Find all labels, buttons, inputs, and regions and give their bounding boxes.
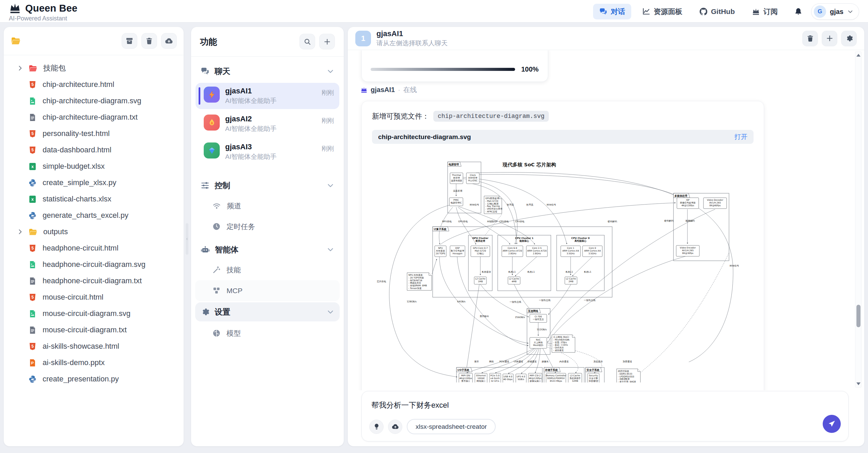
file-row[interactable]: chip-architecture-diagram.svg [4,93,184,109]
diagram-note-npu: NPU AI加速器- 20 TOPS性能- INT8/INT16- 稀疏化支持-… [407,273,432,290]
gear-icon [201,307,210,316]
chat-title: gjasAI1 [376,29,448,38]
svg-text:私有L1: 私有L1 [527,271,535,273]
nav-item-subscribe[interactable]: 订阅 [746,4,784,19]
delete-button[interactable] [141,33,157,49]
folder-row[interactable]: outputs [4,224,184,240]
crown-icon [360,86,368,93]
svg-text:UFS 4.05GB/s: UFS 4.05GB/s [517,375,525,381]
robot-icon [201,245,210,254]
html-file-icon [28,293,37,302]
file-row[interactable]: chip-architecture-diagram.txt [4,109,184,125]
chevron-right-icon [17,228,24,235]
suggestions-button[interactable] [369,420,384,434]
scroll-down-arrow[interactable] [856,382,861,385]
file-row[interactable]: create_simple_xlsx.py [4,175,184,191]
new-chat-button[interactable] [822,31,837,46]
menu-item-skills[interactable]: 技能 [191,259,344,280]
file-row[interactable]: chip-architecture.html [4,76,184,93]
diagram-node-dsp: DSP数字信号处理Hexagon [450,246,465,257]
user-menu[interactable]: G gjas [811,3,859,20]
active-skill-chip[interactable]: xlsx-spreadsheet-creator [407,419,496,434]
file-row[interactable]: simple-budget.xlsx [4,158,184,175]
svg-text:128GB/s: 128GB/s [407,300,417,303]
menu-item-mcp[interactable]: MCP [195,280,340,301]
chat-contact-gjasAI3[interactable]: gjasAI3 AI智能体全能助手 刚刚 [196,139,339,165]
chat-settings-button[interactable] [841,31,857,46]
panel-collapse-handle[interactable] [186,223,188,255]
chat-contact-gjasAI1[interactable]: gjasAI1 AI智能体全能助手 刚刚 [196,83,339,109]
menu-item-scheduled-tasks[interactable]: 定时任务 [191,216,344,237]
crown-icon [752,7,760,16]
menu-item-channels[interactable]: 频道 [191,195,344,216]
files-panel: 技能包 chip-architecture.html chip-architec… [3,27,184,447]
svg-text:64GB/s: 64GB/s [457,300,466,303]
file-row[interactable]: mouse-circuit-diagram.txt [4,322,184,338]
file-row[interactable]: data-dashboard.html [4,142,184,158]
svg-text:芯片供电: 芯片供电 [377,280,386,283]
user-name: gjas [830,8,843,16]
contact-number-badge: 1 [355,31,371,46]
chat-message-area[interactable]: 100% gjasAI1 · 在线 新增可预览文件： chip-architec… [348,50,864,390]
section-settings[interactable]: 设置 [195,302,340,321]
scrollbar-thumb[interactable] [856,305,861,327]
scroll-up-arrow[interactable] [856,54,861,57]
folder-row[interactable]: 技能包 [4,60,184,76]
menu-item-models[interactable]: 模型 [191,323,344,344]
github-icon [699,7,708,16]
menu-label: 定时任务 [227,222,255,231]
contact-name: gjasAI2 [225,115,316,123]
file-row[interactable]: statistical-charts.xlsx [4,191,184,207]
chevron-left-icon [186,237,188,241]
file-row[interactable]: headphone-circuit-diagram.svg [4,256,184,273]
svg-text:PCIe 5.0x4 Gen532 GT/s: PCIe 5.0x4 Gen532 GT/s [490,374,499,382]
add-button[interactable] [319,34,335,49]
cluster-cpu1: CPU Cluster 1能效核心 [498,235,551,291]
file-row[interactable]: generate_charts_excel.py [4,207,184,224]
chat-contact-gjasAI2[interactable]: gjasAI2 AI智能体全能助手 刚刚 [196,111,339,137]
soc-architecture-diagram: 现代多核 SoC 芯片架构 [372,157,754,382]
upload-button[interactable] [161,33,177,49]
file-row[interactable]: headphone-circuit.html [4,240,184,256]
open-file-link[interactable]: 打开 [734,133,747,141]
file-row[interactable]: ai-skills-demo.pptx [4,354,184,371]
nav-item-chat[interactable]: 对话 [593,4,631,19]
archive-button[interactable] [122,33,137,49]
diagram-node-core69: Core 6-9ARM Cortex-A7202.8GHz [502,246,523,257]
file-row[interactable]: headphone-circuit-diagram.txt [4,273,184,289]
section-chat[interactable]: 聊天 [191,61,344,81]
svg-text:时钟信号: 时钟信号 [470,203,479,206]
diagram-note-noc: 片上网络 (NoC)- Mesh拓扑结构- 带宽: 2TB/s- 延迟: <10… [552,335,575,352]
section-label: 控制 [215,180,230,191]
svg-text:温度反馈: 温度反馈 [453,190,462,192]
python-file-icon [28,375,37,383]
section-label: 设置 [215,307,230,317]
svg-text:CPU Cluster 1能效核心: CPU Cluster 1能效核心 [515,237,533,242]
section-agent[interactable]: 智能体 [191,240,344,259]
file-row[interactable]: ai-skills-showcase.html [4,338,184,354]
nav-item-resources[interactable]: 资源面板 [636,4,688,19]
diagram-node-cpu0-l2: L2 Cache2MB [565,277,577,284]
file-row[interactable]: create_presentation.py [4,371,184,387]
file-row[interactable]: mouse-circuit-diagram.svg [4,305,184,322]
blocks-icon [212,286,221,295]
clock-icon [212,222,221,231]
svg-text:Security安全引擎加密/解密: Security安全引擎加密/解密 [589,374,599,382]
file-row[interactable]: mouse-circuit.html [4,289,184,305]
send-button[interactable] [823,415,841,433]
chevron-down-icon [327,308,334,316]
notifications-button[interactable] [791,4,806,19]
message-input[interactable]: 帮我分析一下财务excel [371,400,449,410]
xlsx-file-icon [28,162,37,171]
chat-scrollbar[interactable] [855,51,862,388]
clear-chat-button[interactable] [802,31,818,46]
svg-text:一致性总线: 一致性总线 [584,299,595,302]
attach-upload-button[interactable] [388,420,402,434]
svg-text:多媒体处理: 多媒体处理 [675,194,687,197]
nav-item-github[interactable]: GitHub [693,4,741,19]
svg-file-icon [28,97,37,105]
svg-text:512GB/s: 512GB/s [537,328,547,331]
section-control[interactable]: 控制 [191,176,344,195]
file-row[interactable]: personality-test.html [4,125,184,142]
search-button[interactable] [299,34,315,49]
